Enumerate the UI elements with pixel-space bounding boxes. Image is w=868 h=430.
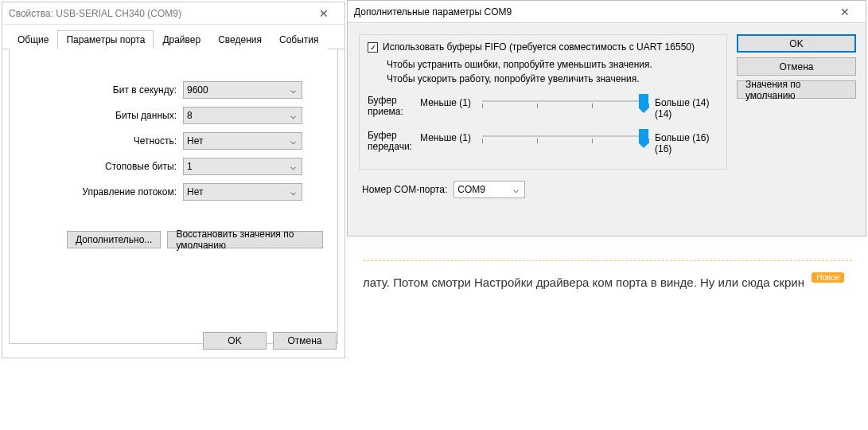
cancel-button[interactable]: Отмена (737, 57, 856, 76)
use-fifo-checkbox[interactable]: ✓ (368, 42, 378, 53)
ok-button[interactable]: OK (203, 332, 267, 350)
parity-label: Четность: (24, 135, 183, 147)
chevron-down-icon: ⌵ (287, 84, 298, 96)
rx-min-label: Меньше (1) (420, 96, 476, 108)
rx-slider-thumb[interactable] (639, 94, 648, 108)
close-icon[interactable]: ✕ (829, 2, 861, 22)
flow-control-combo[interactable]: Нет ⌵ (183, 183, 302, 201)
tx-min-label: Меньше (1) (420, 131, 476, 143)
page-text: лату. Потом смотри Настройки драйвера ко… (363, 276, 804, 289)
com-port-combo[interactable]: COM9 ⌵ (453, 181, 525, 198)
com-port-value: COM9 (457, 184, 510, 195)
tab-strip: Общие Параметры порта Драйвер Сведения С… (2, 25, 344, 49)
divider (363, 260, 852, 261)
chevron-down-icon: ⌵ (287, 135, 298, 147)
ok-button[interactable]: OK (737, 34, 856, 53)
stop-bits-label: Стоповые биты: (24, 161, 183, 172)
restore-defaults-button[interactable]: Восстановить значения по умолчанию (167, 231, 323, 248)
tx-max-label: Больше (16) (16) (655, 131, 718, 154)
hint-reduce: Чтобы устранить ошибки, попробуйте умень… (387, 59, 718, 70)
chevron-down-icon: ⌵ (287, 161, 298, 172)
com-port-label: Номер COM-порта: (362, 184, 447, 195)
tab-details[interactable]: Сведения (209, 30, 271, 49)
tab-driver[interactable]: Драйвер (154, 30, 209, 49)
baud-combo[interactable]: 9600 ⌵ (183, 81, 302, 99)
hint-increase: Чтобы ускорить работу, попробуйте увелич… (387, 73, 718, 84)
rx-slider[interactable] (482, 96, 648, 115)
flow-control-value: Нет (187, 186, 287, 197)
parity-combo[interactable]: Нет ⌵ (183, 132, 302, 150)
tx-slider[interactable] (482, 131, 648, 150)
titlebar[interactable]: Дополнительные параметры COM9 ✕ (348, 1, 866, 23)
baud-label: Бит в секунду: (24, 84, 183, 96)
parity-value: Нет (187, 135, 287, 147)
tx-buffer-label: Буфер передачи: (368, 131, 414, 153)
tx-slider-thumb[interactable] (639, 129, 648, 143)
fifo-group: ✓ Использовать буферы FIFO (требуется со… (359, 34, 727, 170)
titlebar[interactable]: Свойства: USB-SERIAL CH340 (COM9) ✕ (2, 2, 344, 25)
stop-bits-value: 1 (187, 161, 287, 172)
defaults-button[interactable]: Значения по умолчанию (737, 80, 856, 99)
close-icon[interactable]: ✕ (308, 3, 340, 24)
tab-events[interactable]: События (271, 30, 328, 49)
stop-bits-combo[interactable]: 1 ⌵ (183, 158, 302, 175)
chevron-down-icon: ⌵ (287, 186, 298, 197)
data-bits-combo[interactable]: 8 ⌵ (183, 107, 302, 124)
rx-buffer-label: Буфер приема: (368, 96, 414, 118)
data-bits-label: Биты данных: (24, 110, 183, 121)
data-bits-value: 8 (187, 110, 287, 121)
new-badge: Новое (812, 272, 844, 283)
rx-max-label: Больше (14) (14) (655, 96, 718, 119)
window-title: Дополнительные параметры COM9 (354, 6, 512, 18)
tab-general[interactable]: Общие (9, 30, 57, 49)
advanced-dialog: Дополнительные параметры COM9 ✕ ✓ Исполь… (347, 0, 866, 236)
properties-dialog: Свойства: USB-SERIAL CH340 (COM9) ✕ Общи… (2, 2, 345, 358)
chevron-down-icon: ⌵ (287, 110, 298, 121)
chevron-down-icon: ⌵ (510, 184, 521, 195)
baud-value: 9600 (187, 84, 287, 96)
advanced-button[interactable]: Дополнительно... (67, 231, 161, 248)
window-title: Свойства: USB-SERIAL CH340 (COM9) (9, 8, 181, 19)
flow-control-label: Управление потоком: (24, 186, 183, 197)
tab-panel: Бит в секунду: 9600 ⌵ Биты данных: 8 ⌵ Ч… (9, 49, 338, 344)
tab-port-settings[interactable]: Параметры порта (57, 30, 154, 49)
cancel-button[interactable]: Отмена (273, 332, 337, 350)
use-fifo-label: Использовать буферы FIFO (требуется совм… (383, 41, 695, 53)
